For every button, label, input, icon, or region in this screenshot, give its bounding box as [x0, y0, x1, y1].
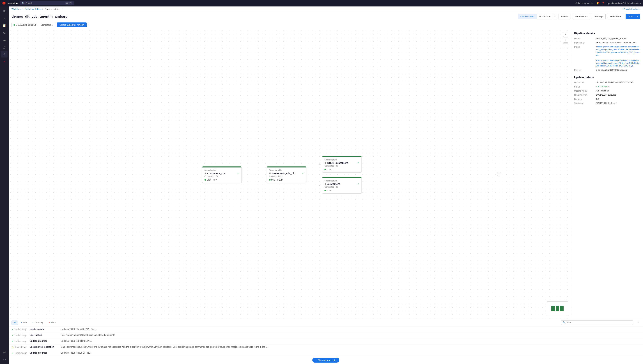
schedule-button[interactable]: Schedule ▾ [607, 14, 624, 19]
stat-dot-green-3 [324, 169, 326, 170]
sidebar-item-catalog[interactable]: 📋 [1, 22, 8, 29]
sidebar-item-alerts[interactable]: ≡ [1, 58, 8, 65]
detail-run-as-value: quentin.ambard@databricks.com [596, 69, 640, 72]
log-entry-3: ⚠ 1 minute ago unsupported_operation Mag… [9, 344, 643, 350]
detail-creation-time-value: 24/01/2023, 18:10:56 [596, 94, 640, 96]
log-tab-warning[interactable]: ⚠ Warning [30, 320, 45, 325]
log-tab-error[interactable]: ✕ Error [46, 320, 58, 325]
minimap-node-2 [556, 306, 559, 311]
log-message-2: Update c7d10b is INITIALIZING. [61, 340, 640, 342]
stat-value-grey-2: 2.4K [279, 179, 283, 181]
collapse-sidebar-button[interactable]: › [497, 172, 501, 176]
breadcrumb: Workflows > Delta Live Tables > Pipeline… [9, 6, 643, 12]
help-icon[interactable]: ❓ [602, 2, 604, 4]
log-tab-all[interactable]: All [12, 320, 18, 325]
notification-bell[interactable]: 🔔 [596, 2, 599, 4]
log-event-0: create_update [30, 328, 58, 330]
stat-dot-green-4 [324, 190, 326, 191]
stat-green-customers-cdc: 100K [204, 179, 211, 181]
filter-search-icon: 🔍 [563, 321, 566, 324]
provide-feedback-link[interactable]: Provide feedback [624, 8, 640, 10]
nav-right: e2-field-eng-west ▾ 🔔 ❓ quentin.ambard@d… [575, 2, 641, 4]
log-message-3: Magic commands (e.g. %py, %sql and %run)… [61, 346, 640, 348]
node-customers-cdc[interactable]: Streaming table ⊞ customers_cdc ✓ Comple… [202, 166, 242, 183]
log-entries: ✓ 1 minute ago create_update Update c7d1… [9, 326, 643, 356]
stat-grey-customers: - [330, 189, 332, 192]
search-placeholder: Search [26, 2, 32, 4]
run-date: 24/01/2023, 18:10:56 [16, 24, 36, 26]
databricks-logo: databricks [2, 2, 18, 5]
filter-input[interactable] [566, 322, 631, 324]
stat-green-scd2: - [324, 168, 328, 170]
expand-button[interactable]: ⤢ [563, 32, 568, 37]
run-separator: · [38, 24, 39, 26]
run-selector[interactable]: 24/01/2023, 18:10:56 · Completed ▾ [12, 23, 55, 27]
log-event-4: update_progress [30, 352, 58, 354]
breadcrumb-workflows[interactable]: Workflows [12, 8, 22, 10]
info-icon[interactable]: ℹ [553, 14, 557, 19]
user-menu[interactable]: quentin.ambard@databricks.com ▾ [608, 2, 641, 4]
sidebar-item-delta[interactable]: △ [1, 44, 8, 50]
sidebar-item-share[interactable]: ⇌ [1, 349, 8, 356]
log-close-button[interactable]: ✕ [636, 320, 640, 325]
sidebar-item-settings[interactable]: ▭ [1, 356, 8, 362]
node-title-customers-cdc: customers_cdc [208, 172, 226, 175]
stat-dot-grey-2 [277, 179, 278, 180]
stat-value-green-2: 98K [271, 179, 275, 181]
breadcrumb-delta-live-tables[interactable]: Delta Live Tables [25, 8, 41, 10]
detail-creation-time-label: Creation time [574, 94, 596, 96]
stat-value-green-3: - [327, 168, 328, 170]
stat-green-customers-cdc-cl: 98K [269, 179, 275, 181]
detail-pipeline-id-row: Pipeline ID 18ab1b13-158b-46f8-b525-c29d… [574, 41, 640, 44]
search-bar[interactable]: 🔍 Search ⌘ + P [20, 1, 74, 5]
log-time-4: ✓ 1 minute ago [12, 352, 28, 354]
settings-button[interactable]: Settings [592, 14, 606, 19]
start-dropdown-button[interactable]: ▾ [636, 14, 640, 19]
arrow-branch-top: → [317, 162, 321, 166]
show-new-events-button[interactable]: ↓ Show new events [312, 358, 339, 362]
production-button[interactable]: Production [537, 14, 553, 19]
all-tab-label: All [14, 322, 16, 324]
log-status-icon-4: ✓ [12, 352, 14, 354]
update-type-info-icon[interactable]: ℹ [586, 90, 587, 92]
sidebar-item-workflows[interactable]: ⚙ [1, 30, 8, 36]
log-event-2: update_progress [30, 340, 58, 342]
node-customers-cdc-cl[interactable]: Streaming table ⊞ customers_cdc_cl... ✓ … [267, 166, 306, 183]
permissions-button[interactable]: Permissions [572, 14, 590, 19]
detail-paths-row: Paths /Repos/quentin.ambard@databricks.c… [574, 46, 640, 67]
select-tables-button[interactable]: Select tables for refresh [57, 22, 86, 27]
zoom-in-button[interactable]: + [563, 38, 568, 42]
search-icon: 🔍 [22, 2, 24, 4]
select-tables-help-icon[interactable]: ℹ [88, 24, 89, 26]
sidebar-item-pipelines[interactable]: ≡ [1, 51, 8, 58]
detail-start-time-label: Start time [574, 102, 596, 104]
warning-tab-label: Warning [35, 322, 43, 324]
breadcrumb-current: Pipeline details [44, 8, 59, 10]
log-tab-info[interactable]: ℹ Info [19, 320, 28, 325]
development-button[interactable]: Development [518, 14, 537, 19]
sidebar-item-compute[interactable]: ☁ [1, 37, 8, 43]
delete-button[interactable]: Delete [558, 14, 571, 19]
status-icon-customers-cdc-cl: ✓ [302, 172, 304, 175]
run-as-info-icon[interactable]: ℹ [582, 69, 582, 71]
node-label-customers-cdc: Streaming table [204, 169, 239, 171]
table-icon-4: ⊞ [324, 183, 326, 185]
node-scd2-customers[interactable]: Streaming table ⊞ SCD2_customers ✓ Com [322, 156, 362, 172]
stat-grey-customers-cdc-cl: 2.4K [277, 179, 283, 181]
region-selector[interactable]: e2-field-eng-west ▾ [575, 2, 594, 4]
sidebar-item-search[interactable]: + [1, 15, 8, 22]
node-label-customers: Streaming table [324, 180, 360, 182]
update-details-title: Update details [574, 76, 640, 79]
header-actions: Development Production ℹ Delete Permissi… [518, 14, 640, 19]
start-button[interactable]: Start [626, 14, 636, 19]
stat-grey-customers-cdc: 0 [213, 179, 216, 181]
breadcrumb-divider: | [62, 8, 62, 10]
user-chevron-icon: ▾ [640, 2, 641, 4]
sidebar-item-home[interactable]: ⊞ [1, 8, 8, 14]
path-link-2[interactable]: /Repos/quentin.ambard@databricks.com/fie… [596, 59, 640, 67]
node-status-customers-cdc: Completed · 7s [204, 175, 239, 177]
detail-update-id-value: c7d10b6c-9cf2-4e33-a9f6-f26427bf2a4c [596, 81, 640, 84]
zoom-out-button[interactable]: − [563, 43, 568, 48]
node-customers[interactable]: Streaming table ⊞ customers ✓ Complete [322, 177, 362, 194]
path-link-1[interactable]: /Repos/quentin.ambard@databricks.com/fie… [596, 46, 640, 56]
